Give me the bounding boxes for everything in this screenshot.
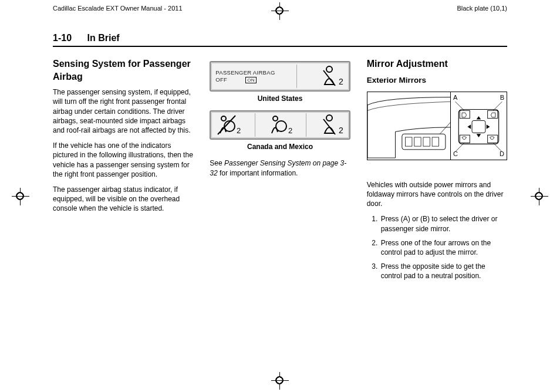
para-sensing-3: The passenger airbag status indicator, i… (53, 185, 193, 214)
para-mirror-intro: Vehicles with outside power mirrors and … (367, 180, 507, 209)
seatbelt-icon: 2 (319, 113, 345, 137)
mirror-dash-illustration (367, 92, 451, 160)
svg-text:2: 2 (288, 126, 292, 135)
crop-mark-bottom (271, 372, 289, 390)
section-title: In Brief (87, 33, 119, 43)
mirror-label-b: B (500, 93, 504, 102)
svg-point-7 (273, 116, 278, 121)
mirror-steps-list: Press (A) or (B) to select the driver or… (367, 214, 507, 281)
column-1: Sensing System for Passenger Airbag The … (53, 58, 193, 286)
see-prefix: See (210, 159, 224, 167)
svg-rect-20 (472, 120, 485, 133)
indicator-divider (306, 113, 306, 137)
para-sensing-1: The passenger sensing system, if equippe… (53, 87, 193, 135)
svg-marker-24 (487, 124, 490, 129)
mirror-step-1: Press (A) or (B) to select the driver or… (380, 214, 507, 233)
mirror-figure: A B C D (367, 92, 507, 160)
see-suffix: for important information. (218, 169, 298, 177)
column-2: PASSENGER AIRBAG OFF ON 2 United (210, 58, 350, 286)
indicator-us-text: PASSENGER AIRBAG OFF ON (215, 69, 275, 84)
svg-line-30 (493, 102, 502, 110)
mirror-step-2: Press one of the four arrows on the cont… (380, 238, 507, 257)
header-left-text: Cadillac Escalade EXT Owner Manual - 201… (53, 5, 183, 12)
mirror-control-pad: A B C D (450, 92, 507, 160)
crop-mark-left (12, 188, 29, 205)
crop-mark-right (531, 188, 548, 205)
caption-united-states: United States (210, 94, 350, 103)
svg-rect-16 (423, 137, 430, 146)
indicator-canada: 2 2 (210, 110, 350, 140)
svg-rect-27 (460, 135, 470, 143)
page-number: 1-10 (53, 33, 72, 43)
heading-sensing-system: Sensing System for Passenger Airbag (53, 58, 193, 83)
indicator-divider (255, 113, 255, 137)
indicator-us-line2: OFF ON (215, 76, 275, 83)
column-3: Mirror Adjustment Exterior Mirrors (367, 58, 507, 286)
svg-marker-21 (477, 116, 481, 120)
seatbelt-icon: 2 (319, 65, 345, 88)
svg-rect-15 (414, 137, 420, 146)
svg-rect-17 (432, 137, 438, 146)
subheading-exterior-mirrors: Exterior Mirrors (367, 75, 507, 86)
svg-line-29 (456, 102, 464, 110)
svg-marker-22 (477, 134, 481, 137)
airbag-off-icon: 2 (215, 113, 242, 137)
svg-point-10 (326, 115, 332, 121)
svg-marker-23 (468, 124, 471, 129)
indicator-us-off: OFF (215, 76, 227, 83)
mirror-step-3: Press the opposite side to get the contr… (380, 262, 507, 281)
heading-mirror-adjustment: Mirror Adjustment (367, 58, 507, 70)
svg-point-3 (221, 116, 226, 121)
svg-text:2: 2 (339, 77, 343, 86)
indicator-us-line1: PASSENGER AIRBAG (215, 69, 275, 76)
svg-line-18 (440, 121, 451, 134)
indicator-divider (296, 65, 297, 88)
indicator-us-on: ON (245, 77, 257, 83)
page-body: 1-10 In Brief Sensing System for Passeng… (53, 33, 507, 286)
header-right-text: Black plate (10,1) (457, 5, 507, 12)
mirror-label-c: C (453, 150, 458, 158)
indicator-us: PASSENGER AIRBAG OFF ON 2 (210, 61, 350, 92)
svg-text:2: 2 (339, 126, 343, 135)
svg-text:2: 2 (237, 126, 241, 135)
para-sensing-2: If the vehicle has one of the indicators… (53, 141, 193, 179)
svg-point-0 (326, 66, 332, 72)
see-reference: See Passenger Sensing System on page 3-3… (210, 158, 350, 177)
svg-rect-28 (488, 135, 498, 143)
crop-mark-top (271, 2, 289, 20)
caption-canada-mexico: Canada and Mexico (210, 142, 350, 151)
mirror-label-d: D (500, 150, 504, 158)
svg-rect-19 (458, 109, 498, 144)
airbag-on-icon: 2 (267, 113, 294, 137)
page-header: 1-10 In Brief (53, 33, 507, 47)
mirror-label-a: A (453, 93, 457, 102)
svg-rect-14 (405, 137, 411, 146)
svg-line-5 (218, 116, 235, 134)
